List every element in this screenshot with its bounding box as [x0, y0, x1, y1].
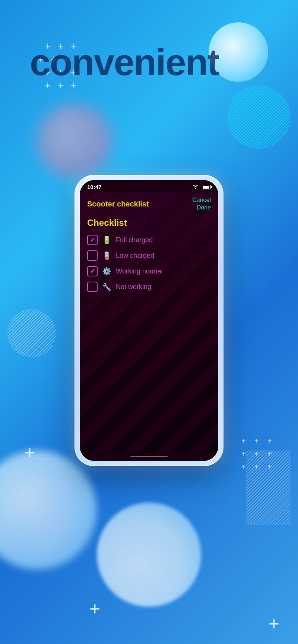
wrench-icon: 🔧: [102, 283, 111, 291]
plus-decor-right: +: [267, 450, 272, 458]
phone-mockup: 10:47 ···: [74, 175, 224, 466]
app-content: Scooter checklist Cancel Done Checklist …: [80, 192, 218, 453]
plus-decor-right: +: [254, 437, 259, 445]
plus-decor-right: +: [267, 437, 272, 445]
stripes-bottom-right: [246, 451, 291, 525]
checkbox-not-working[interactable]: [87, 282, 98, 292]
bg-circle-bottom-center: [97, 503, 201, 607]
battery-full-icon: 🔋: [102, 236, 111, 244]
home-indicator: [80, 453, 218, 461]
wifi-icon: [193, 184, 199, 190]
plus-decor-right: +: [267, 463, 272, 471]
bg-circle-mid-left: [37, 104, 112, 179]
gear-icon: ⚙️: [102, 267, 111, 275]
plus-decor-right: +: [254, 450, 259, 458]
home-bar: [130, 456, 168, 457]
stripes-bottom-left: [7, 309, 56, 358]
item-label-low-charged: Low charged: [116, 252, 154, 260]
plus-decor-right: +: [241, 463, 246, 471]
plus-decor-right: +: [254, 463, 259, 471]
item-label-full-charged: Full charged: [116, 236, 153, 244]
list-item: ⚙️ Working normal: [87, 266, 211, 276]
nav-actions: Cancel Done: [192, 197, 211, 211]
status-time: 10:47: [87, 184, 101, 190]
phone-inner: 10:47 ···: [80, 180, 218, 461]
done-button[interactable]: Done: [197, 204, 211, 211]
bg-circle-bottom-left: [0, 451, 97, 570]
nav-bar: Scooter checklist Cancel Done: [87, 192, 211, 214]
checkbox-low-charged[interactable]: [87, 250, 98, 261]
checklist: 🔋 Full charged 🪫 Low charged ⚙️ Working …: [87, 235, 211, 292]
signal-dots-icon: ···: [187, 185, 191, 189]
battery-low-icon: 🪫: [102, 252, 111, 259]
plus-decor-right: +: [241, 450, 246, 458]
checkbox-working-normal[interactable]: [87, 266, 98, 276]
bg-title: convenient: [30, 41, 219, 84]
plus-decor-right: +: [241, 437, 246, 445]
nav-title: Scooter checklist: [87, 200, 149, 208]
cancel-button[interactable]: Cancel: [192, 197, 211, 204]
battery-icon: [202, 185, 211, 189]
list-item: 🔧 Not working: [87, 282, 211, 292]
status-icons: ···: [187, 184, 211, 190]
section-title: Checklist: [87, 218, 211, 228]
plus-bottom-right: +: [269, 614, 279, 633]
item-label-working-normal: Working normal: [116, 267, 163, 275]
status-bar: 10:47 ···: [80, 180, 218, 192]
plus-large-bottom-left: +: [24, 443, 35, 462]
stripes-right: [227, 86, 291, 149]
phone-outer: 10:47 ···: [74, 175, 224, 466]
list-item: 🔋 Full charged: [87, 235, 211, 245]
list-item: 🪫 Low charged: [87, 250, 211, 261]
item-label-not-working: Not working: [116, 283, 151, 291]
checkbox-full-charged[interactable]: [87, 235, 98, 245]
battery-fill: [203, 186, 209, 189]
plus-large-bottom: +: [89, 599, 100, 618]
